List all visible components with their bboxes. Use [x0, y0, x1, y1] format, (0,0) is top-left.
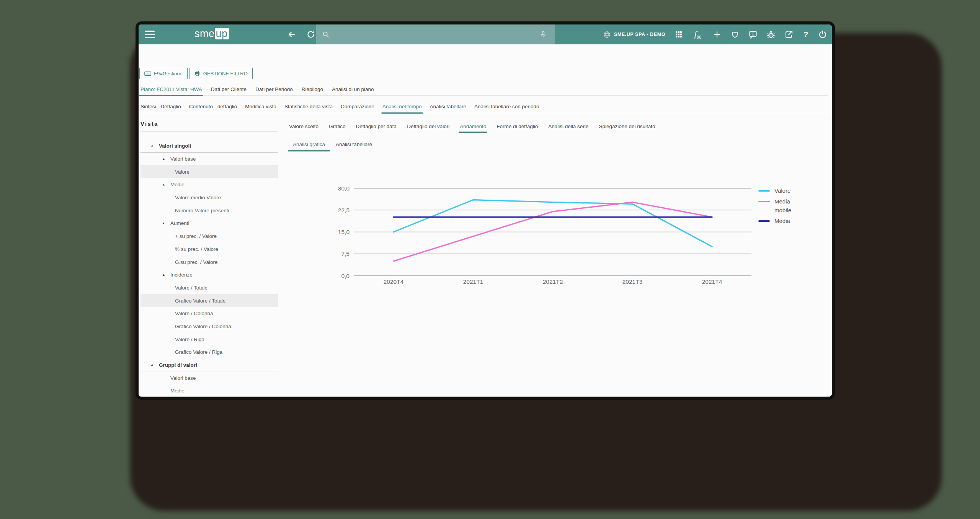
- tab-andamento[interactable]: Andamento: [459, 120, 487, 132]
- tab-dati-per-periodo[interactable]: Dati per Periodo: [254, 83, 294, 95]
- tab-analisi-della-serie[interactable]: Analisi della serie: [547, 120, 590, 132]
- tab-valore-scelto[interactable]: Valore scelto: [288, 120, 320, 132]
- tab-forme-di-dettaglio[interactable]: Forme di dettaglio: [495, 120, 539, 132]
- sidebar-item-valore-medio-valore[interactable]: Valore medio Valore: [140, 191, 278, 204]
- legend-swatch: [758, 220, 770, 222]
- legend-label: Valore: [774, 186, 798, 195]
- sidebar-item-g-su-prec-valore[interactable]: G.su prec. / Valore: [140, 255, 278, 268]
- nav-tabs-level1: Piano: FC2011 Vista: HWADati per Cliente…: [139, 83, 828, 96]
- sidebar-item-valori-singoli[interactable]: ▲Valori singoli: [140, 140, 278, 153]
- microphone-icon[interactable]: [539, 30, 547, 39]
- f9-gestione-button[interactable]: F9=Gestione: [139, 68, 188, 79]
- sidebar-item-numero-valore-presenti[interactable]: Numero Valore presenti: [140, 204, 278, 217]
- search-icon: [322, 30, 330, 39]
- tab-comparazione[interactable]: Comparazione: [340, 100, 376, 113]
- collapse-arrow-icon[interactable]: ▲: [162, 222, 167, 225]
- sidebar-item-valore-riga[interactable]: Valore / Riga: [140, 333, 278, 346]
- tab-modifica-vista[interactable]: Modifica vista: [244, 100, 278, 113]
- legend-item: Valore: [758, 186, 798, 195]
- search-input[interactable]: [330, 24, 539, 44]
- tab-analisi-nel-tempo[interactable]: Analisi nel tempo: [381, 100, 423, 113]
- sidebar-item-valore[interactable]: Valore: [140, 165, 278, 178]
- sidebar-item-grafico-valore-riga[interactable]: Grafico Valore / Riga: [140, 346, 278, 359]
- y-tick-label: 30,0: [338, 185, 350, 192]
- tab-grafico[interactable]: Grafico: [328, 120, 347, 132]
- tab-riepilogo[interactable]: Riepilogo: [301, 83, 324, 95]
- hamburger-bar: [145, 31, 155, 32]
- sidebar-item-label: G.su prec. / Valore: [175, 259, 218, 265]
- sidebar-item-label: Grafico Valore / Riga: [175, 349, 222, 355]
- bug-report-icon[interactable]: [766, 30, 776, 39]
- back-arrow-icon[interactable]: [287, 30, 296, 39]
- tab-analisi-di-un-piano[interactable]: Analisi di un piano: [331, 83, 375, 95]
- collapse-arrow-icon[interactable]: ▲: [162, 183, 167, 186]
- app-window: smeup SME.UP SPA - DEMO f90 ?: [136, 21, 835, 400]
- collapse-arrow-icon[interactable]: ▲: [150, 363, 156, 366]
- y-tick-label: 22,5: [338, 207, 350, 213]
- sidebar-item-incidenze[interactable]: ▲Incidenze: [140, 268, 278, 281]
- hamburger-bar: [145, 34, 155, 35]
- sidebar-item-medie[interactable]: ▲Medie: [140, 178, 278, 191]
- function-f90-icon[interactable]: f90: [692, 29, 704, 39]
- collapse-arrow-icon[interactable]: ▲: [162, 273, 167, 277]
- apps-grid-icon[interactable]: [674, 30, 683, 39]
- gestione-filtro-button[interactable]: GESTIONE FILTRO: [189, 68, 253, 79]
- open-external-icon[interactable]: [784, 30, 794, 39]
- sidebar-item-valore-totale[interactable]: Valore / Totale: [140, 281, 278, 294]
- x-tick-label: 2020T4: [384, 278, 404, 285]
- tab-contenuto-dettaglio[interactable]: Contenuto - dettaglio: [188, 100, 238, 113]
- sidebar-item-label: Valore: [175, 169, 189, 175]
- tab-statistiche-della-vista[interactable]: Statistiche della vista: [283, 100, 334, 113]
- tab-analisi-grafica[interactable]: Analisi grafica: [288, 138, 330, 151]
- search-bar: [316, 24, 555, 44]
- tab-piano-fc2011-vista-hwa[interactable]: Piano: FC2011 Vista: HWA: [139, 83, 203, 95]
- sidebar-item-su-prec-valore[interactable]: + su prec. / Valore: [140, 230, 278, 243]
- keyboard-icon: [144, 71, 151, 76]
- sidebar-item-valore-colonna[interactable]: Valore / Colonna: [140, 307, 278, 320]
- sidebar-item-label: Aumenti: [170, 220, 189, 226]
- tab-sintesi-dettaglio[interactable]: Sintesi - Dettaglio: [139, 100, 182, 113]
- sidebar-item-aumenti[interactable]: ▲Aumenti: [140, 217, 278, 230]
- tab-analisi-tabellare-con-periodo[interactable]: Analisi tabellare con periodo: [473, 100, 541, 113]
- sidebar-item-label: Valore / Totale: [175, 285, 207, 291]
- sidebar-item-label: Valori base: [170, 375, 196, 381]
- button-label: GESTIONE FILTRO: [203, 71, 248, 76]
- x-tick-label: 2021T3: [622, 278, 643, 285]
- hamburger-menu-button[interactable]: [145, 31, 155, 38]
- sidebar-item-grafico-valore-colonna[interactable]: Grafico Valore / Colonna: [140, 320, 278, 333]
- tab-dettaglio-per-data[interactable]: Dettaglio per data: [355, 120, 398, 132]
- refresh-icon[interactable]: [306, 30, 315, 39]
- y-tick-label: 7,5: [341, 251, 350, 257]
- tab-spiegazione-del-risultato[interactable]: Spiegazione del risultato: [598, 120, 656, 132]
- header-actions: SME.UP SPA - DEMO f90 ?: [603, 24, 827, 44]
- sidebar-title: Vista: [140, 121, 278, 132]
- tab-dettaglio-dei-valori[interactable]: Dettaglio dei valori: [406, 120, 451, 132]
- globe-avatar-icon: [603, 31, 611, 39]
- sidebar-item-label: Valore / Riga: [175, 337, 204, 342]
- legend-item: Media mobile: [758, 197, 798, 215]
- sidebar-item-gruppi-di-valori[interactable]: ▲Gruppi di valori: [140, 359, 278, 372]
- sidebar-item-label: Valori singoli: [159, 143, 191, 149]
- collapse-arrow-icon[interactable]: ▲: [162, 158, 167, 161]
- sidebar-item-valori-base[interactable]: ▲Valori base: [140, 153, 278, 166]
- favorites-heart-icon[interactable]: [730, 30, 740, 39]
- tab-analisi-tabellare[interactable]: Analisi tabellare: [429, 100, 467, 113]
- sidebar-item-valori-base[interactable]: Valori base: [140, 371, 278, 384]
- y-tick-label: 15,0: [338, 229, 350, 235]
- collapse-arrow-icon[interactable]: ▲: [150, 144, 156, 147]
- power-icon[interactable]: [818, 30, 827, 39]
- sidebar-item-su-prec-valore[interactable]: % su prec. / Valore: [140, 243, 278, 256]
- help-icon[interactable]: ?: [802, 30, 809, 39]
- toolbar: F9=Gestione GESTIONE FILTRO: [139, 68, 253, 79]
- sidebar-item-label: Numero Valore presenti: [175, 208, 229, 213]
- sidebar-item-medie[interactable]: Medie: [140, 384, 278, 397]
- sidebar-item-grafico-valore-totale[interactable]: Grafico Valore / Totale: [140, 294, 278, 307]
- sidebar-item-label: Grafico Valore / Totale: [175, 298, 225, 304]
- sidebar-item-label: Valori base: [170, 156, 196, 162]
- add-icon[interactable]: [712, 30, 722, 39]
- feedback-icon[interactable]: [748, 30, 758, 39]
- tab-analisi-tabellare[interactable]: Analisi tabellare: [331, 138, 377, 151]
- tab-dati-per-cliente[interactable]: Dati per Cliente: [210, 83, 248, 95]
- account-button[interactable]: SME.UP SPA - DEMO: [603, 31, 665, 39]
- sidebar-item-label: Valore / Colonna: [175, 311, 213, 316]
